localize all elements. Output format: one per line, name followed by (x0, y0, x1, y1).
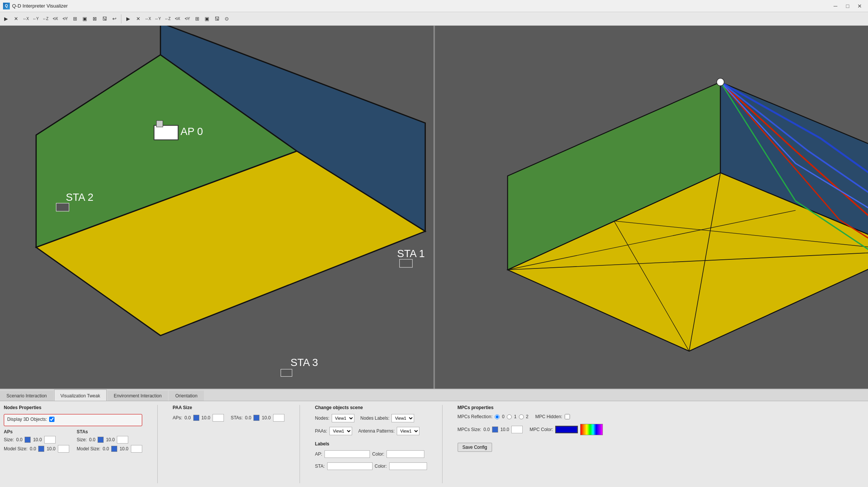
svg-rect-9 (399, 259, 412, 267)
grid-btn[interactable]: ⊞ (70, 14, 79, 23)
stop-btn-2[interactable]: ✕ (134, 14, 143, 23)
paa-size-title: PAA Size (173, 405, 284, 410)
color-palette[interactable] (580, 424, 603, 435)
mpc-hidden-label: MPC Hidden: (535, 414, 562, 419)
reflection-radio-2[interactable] (519, 414, 524, 419)
frame-btn-2[interactable]: ▣ (202, 14, 211, 23)
move-x-btn[interactable]: ↔X (21, 14, 30, 23)
nodes-labels-select[interactable]: View1 View2 (391, 414, 414, 422)
paa-aps-value[interactable]: 2 (213, 414, 224, 422)
ap-label-input[interactable] (325, 450, 370, 458)
aps-stas-cols: APs Size: 0.0 10.0 0.4 Model Size: 0.0 (4, 429, 142, 454)
svg-text:AP 0: AP 0 (180, 126, 203, 137)
tab-orientation[interactable]: Orientation (169, 391, 204, 401)
svg-text:STA 2: STA 2 (66, 191, 93, 203)
mpc-color-swatch[interactable] (555, 426, 578, 433)
svg-text:STA 1: STA 1 (397, 248, 425, 259)
reflection-radio-0[interactable] (495, 414, 500, 419)
mpcs-reflection-row: MPCs Reflection: 0 1 2 MPC Hidden: (458, 414, 603, 419)
move-y-btn-2[interactable]: ↔Y (153, 14, 162, 23)
main-content: AP 0 STA 2 STA 1 STA 3 (0, 26, 868, 487)
nodes-properties-title: Nodes Properties (4, 405, 142, 410)
aps-size-color[interactable] (25, 437, 31, 443)
grid-btn-2[interactable]: ⊞ (193, 14, 202, 23)
paa-stas-color[interactable] (253, 415, 259, 421)
display-3d-checkbox[interactable] (49, 417, 54, 422)
stas-model-color[interactable] (111, 446, 117, 452)
nodes-row: Nodes: View1 View2 Nodes Labels: View1 V… (315, 414, 427, 422)
info-btn[interactable]: ⊙ (222, 14, 231, 23)
paa-stas-max: 10.0 (262, 415, 270, 420)
tab-scenario[interactable]: Scenario Interaction (0, 391, 53, 401)
left-viewport[interactable]: AP 0 STA 2 STA 1 STA 3 (0, 26, 433, 389)
stas-size-color[interactable] (98, 437, 104, 443)
left-scene: AP 0 STA 2 STA 1 STA 3 (0, 26, 433, 389)
aps-size-row: Size: 0.0 10.0 0.4 (4, 436, 69, 444)
reflection-0-label: 0 (502, 414, 505, 419)
paas-row: PAAs: View1 View2 Antenna Patterns: View… (315, 427, 427, 435)
stas-model-max: 10.0 (120, 446, 128, 451)
maximize-button[interactable]: □ (842, 2, 853, 10)
aps-size-value[interactable]: 0.4 (44, 436, 56, 444)
sta-color-input[interactable]: (255,255,255) (389, 462, 427, 470)
app-icon: Q (3, 3, 10, 9)
rot-x-btn[interactable]: ⟲X (51, 14, 60, 23)
move-y-btn[interactable]: ↔Y (31, 14, 40, 23)
stop-btn[interactable]: ✕ (11, 14, 20, 23)
tab-environment[interactable]: Environment Interaction (107, 391, 168, 401)
reflection-1-label: 1 (514, 414, 517, 419)
paa-aps-max: 10.0 (202, 415, 210, 420)
mpcs-size-max: 10.0 (500, 427, 509, 432)
paa-stas-value[interactable]: 2 (273, 414, 284, 422)
right-viewport[interactable] (435, 26, 868, 389)
sta-label-row: STA: Color: (255,255,255) (315, 462, 427, 470)
aps-model-color[interactable] (38, 446, 44, 452)
paa-aps-min: 0.0 (185, 415, 191, 420)
move-z-btn-2[interactable]: ↔Z (163, 14, 172, 23)
ap-label-row: AP: Color: (255,255,255) (315, 450, 427, 458)
aps-title: APs (4, 429, 69, 434)
close-button[interactable]: ✕ (854, 2, 865, 10)
paa-aps-color[interactable] (193, 415, 199, 421)
stas-size-value[interactable]: 0.4 (117, 436, 128, 444)
rot-y-btn-2[interactable]: ⟲Y (183, 14, 192, 23)
mpcs-size-color[interactable] (492, 427, 498, 433)
tab-visualization[interactable]: Visualization Tweak (54, 389, 107, 401)
mpcs-size-value[interactable]: 0.1 (511, 426, 523, 433)
save-img-btn[interactable]: 🖫 (100, 14, 109, 23)
viewports: AP 0 STA 2 STA 1 STA 3 (0, 26, 868, 389)
play-btn-2[interactable]: ▶ (124, 14, 133, 23)
save-config-button[interactable]: Save Config (458, 443, 492, 452)
play-btn[interactable]: ▶ (2, 14, 11, 23)
antenna-patterns-select[interactable]: View1 View2 (397, 427, 419, 435)
aps-size-min: 0.0 (16, 437, 23, 442)
frame-btn[interactable]: ▣ (80, 14, 89, 23)
minimize-button[interactable]: ─ (830, 2, 841, 10)
antenna-patterns-label: Antenna Patterns: (358, 428, 394, 434)
undo-btn[interactable]: ↩ (110, 14, 119, 23)
move-z-btn[interactable]: ↔Z (41, 14, 50, 23)
labels-title: Labels (315, 441, 427, 447)
bottom-panel: Scenario Interaction Visualization Tweak… (0, 389, 868, 487)
aps-model-label: Model Size: (4, 446, 28, 451)
save-img-btn-2[interactable]: 🖫 (212, 14, 221, 23)
ap-color-input[interactable]: (255,255,255) (387, 450, 424, 458)
change-objects-section: Change objects scene Nodes: View1 View2 … (315, 405, 427, 483)
reflection-radio-1[interactable] (507, 414, 512, 419)
sta-label-input[interactable] (327, 462, 373, 470)
mpc-hidden-checkbox[interactable] (565, 414, 570, 419)
rot-x-btn-2[interactable]: ⟲X (173, 14, 182, 23)
stas-model-min: 0.0 (102, 446, 109, 451)
right-scene (435, 26, 868, 389)
axes-btn[interactable]: ⊠ (90, 14, 99, 23)
stas-size-row: Size: 0.0 10.0 0.4 (77, 436, 142, 444)
rot-y-btn[interactable]: ⟲Y (61, 14, 70, 23)
aps-model-value[interactable]: 1.0 (58, 445, 69, 453)
nodes-select[interactable]: View1 View2 (332, 414, 354, 422)
move-x-btn-2[interactable]: ↔X (143, 14, 152, 23)
paas-select[interactable]: View1 View2 (329, 427, 352, 435)
stas-model-value[interactable]: 1.0 (131, 445, 142, 453)
sta-label-text: STA: (315, 464, 325, 469)
mpcs-properties-section: MPCs properties MPCs Reflection: 0 1 2 M… (458, 405, 603, 483)
app-title: Q-D Interpreter Visualizer (12, 3, 830, 9)
